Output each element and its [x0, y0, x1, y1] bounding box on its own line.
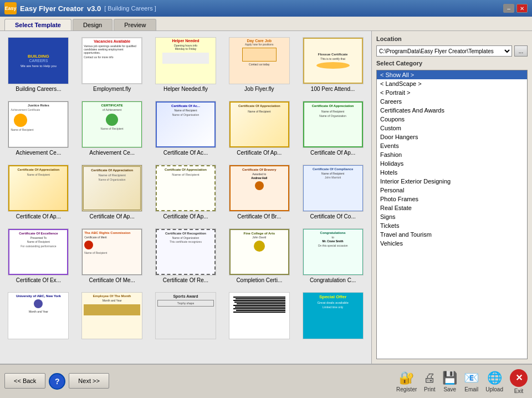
thumbnail: Employee Of The Month Month and Year: [81, 292, 142, 339]
thumbnail: Day Care Job Apply now for positions Con…: [229, 37, 290, 84]
titlebar-left: Easy Easy Flyer Creator v3.0 [ Building …: [4, 2, 156, 14]
upload-button[interactable]: 🌐 Upload: [485, 371, 503, 392]
item-label: Achievement Ce...: [8, 150, 69, 156]
thumbnail: Helper Needed Opening hours info Monday …: [155, 37, 216, 84]
thumbnail: Congratulations to Mr. Crane Smith On th…: [303, 228, 364, 275]
location-select[interactable]: C:\ProgramData\Easy Flyer Creator\Templa…: [376, 45, 512, 57]
list-item[interactable]: Vacancies Available Various job openings…: [77, 34, 147, 95]
register-icon: 🔐: [399, 371, 414, 385]
category-item[interactable]: Photo Frames: [377, 195, 527, 203]
app-name: Easy Flyer Creator: [20, 4, 84, 13]
category-item[interactable]: < LandScape >: [377, 79, 527, 88]
thumbnail: Flossue Certificate This is to certify t…: [303, 37, 364, 84]
list-item[interactable]: University of ABC, New York Month and Ye…: [3, 289, 74, 344]
thumbnail: Certificate Of Appreciation Name of Reci…: [303, 101, 364, 148]
list-item[interactable]: Certificate Of Recognition Name of Organ…: [151, 226, 221, 286]
list-item[interactable]: Certificate Of Appreciation Name of Reci…: [298, 98, 368, 159]
browse-button[interactable]: ...: [514, 45, 528, 57]
category-item[interactable]: Careers: [377, 97, 527, 106]
current-file: [ Building Careers ]: [104, 5, 156, 12]
list-item[interactable]: Flossue Certificate This is to certify t…: [298, 34, 368, 95]
exit-icon: ✕: [510, 369, 528, 387]
email-button[interactable]: 📧 Email: [464, 371, 479, 392]
gallery-scroll[interactable]: BUILDING CAREERS We are here to Help you…: [0, 31, 371, 364]
location-label: Location: [376, 35, 528, 42]
bottombar: << Back ? Next >> 🔐 Register 🖨 Print 💾 S…: [0, 364, 532, 398]
category-item[interactable]: Signs: [377, 212, 527, 221]
thumbnail: Certificate Of Appreciation Name of Reci…: [229, 101, 290, 148]
list-item[interactable]: Special Offer Great deals available Limi…: [298, 289, 368, 344]
thumbnail: Certificate Of Ac... Name of Recipient N…: [155, 101, 216, 148]
category-item[interactable]: < Show All >: [377, 70, 527, 79]
back-button[interactable]: << Back: [4, 373, 45, 389]
list-item[interactable]: Certificate Of Ac... Name of Recipient N…: [151, 98, 221, 159]
thumbnail: Justice Roles Achievement Certificate Na…: [8, 101, 69, 148]
list-item[interactable]: Certificate Of Appreciation Name of Reci…: [151, 162, 221, 222]
item-label: Employment.fly: [81, 86, 142, 92]
list-item[interactable]: Employee Of The Month Month and Year: [77, 289, 147, 344]
category-item[interactable]: Custom: [377, 124, 527, 132]
list-item[interactable]: Certificate Of Bravery Awarded to Andrew…: [224, 162, 294, 222]
tab-preview[interactable]: Preview: [114, 19, 156, 30]
list-item[interactable]: BUILDING CAREERS We are here to Help you…: [3, 34, 74, 95]
upload-icon: 🌐: [487, 371, 502, 385]
thumbnail: Sports Award Trophy shape: [155, 292, 216, 339]
exit-label: Exit: [514, 388, 524, 394]
list-item[interactable]: The ABC Rights Commission Certificate of…: [77, 226, 147, 286]
category-item[interactable]: Hotels: [377, 168, 527, 177]
list-item[interactable]: [224, 289, 294, 344]
thumbnail: Certificate Of Bravery Awarded to Andrew…: [229, 165, 290, 212]
list-item[interactable]: Helper Needed Opening hours info Monday …: [151, 34, 221, 95]
list-item[interactable]: Justice Roles Achievement Certificate Na…: [3, 98, 74, 159]
item-label: Job Flyer.fly: [229, 86, 290, 92]
thumbnail: Certificate Of Appreciation Name of Reci…: [8, 165, 69, 212]
item-label: Achievement Ce...: [81, 150, 142, 156]
next-button[interactable]: Next >>: [69, 373, 109, 389]
exit-button[interactable]: ✕ Exit: [510, 369, 528, 394]
category-item[interactable]: Certificates And Awards: [377, 106, 527, 115]
list-item[interactable]: Certificate Of Appreciation Name of Reci…: [3, 162, 74, 222]
category-item[interactable]: Tickets: [377, 221, 527, 230]
category-item[interactable]: Holidays: [377, 159, 527, 168]
tab-select-template[interactable]: Select Template: [4, 19, 71, 30]
category-item[interactable]: Coupons: [377, 115, 527, 124]
list-item[interactable]: Certificate Of Appreciation Name of Reci…: [77, 162, 147, 222]
category-item[interactable]: Interior Exterior Designing: [377, 177, 527, 186]
list-item[interactable]: Fine College of Arts John David Completi…: [224, 226, 294, 286]
minimize-button[interactable]: –: [503, 4, 514, 13]
list-item[interactable]: Certificate Of Compliance Name of Recipi…: [298, 162, 368, 222]
upload-label: Upload: [485, 386, 503, 392]
item-label: Completion Certi...: [229, 277, 290, 283]
print-button[interactable]: 🖨 Print: [423, 371, 436, 392]
category-item[interactable]: Vehicles: [377, 239, 527, 248]
thumbnail: Certificate Of Appreciation Name of Reci…: [155, 165, 216, 212]
category-item[interactable]: Real Estate: [377, 203, 527, 212]
save-button[interactable]: 💾 Save: [442, 371, 457, 392]
list-item[interactable]: Day Care Job Apply now for positions Con…: [224, 34, 294, 95]
register-button[interactable]: 🔐 Register: [396, 371, 417, 392]
item-label: Certificate Of Ex...: [8, 277, 69, 283]
category-item[interactable]: Fashion: [377, 150, 527, 159]
item-label: Certificate Of Co...: [303, 213, 364, 220]
list-item[interactable]: Certificate Of Appreciation Name of Reci…: [224, 98, 294, 159]
menubar: Select Template Design Preview: [0, 17, 532, 31]
email-icon: 📧: [464, 371, 479, 385]
list-item[interactable]: CERTIFICATE of Achievement Name of Recip…: [77, 98, 147, 159]
category-item[interactable]: Personal: [377, 186, 527, 195]
thumbnail: Certificate Of Compliance Name of Recipi…: [303, 165, 364, 212]
help-button[interactable]: ?: [49, 373, 65, 390]
category-item[interactable]: < Portrait >: [377, 88, 527, 97]
tab-design[interactable]: Design: [73, 19, 112, 30]
close-button[interactable]: ✕: [516, 4, 528, 13]
thumbnail: University of ABC, New York Month and Ye…: [8, 292, 69, 339]
category-list: < Show All >< LandScape >< Portrait >Car…: [376, 70, 528, 359]
list-item[interactable]: Sports Award Trophy shape: [151, 289, 221, 344]
category-item[interactable]: Travel and Tourism: [377, 230, 527, 239]
main-content: BUILDING CAREERS We are here to Help you…: [0, 31, 532, 364]
gallery-area: BUILDING CAREERS We are here to Help you…: [0, 31, 371, 364]
category-item[interactable]: Door Hangers: [377, 132, 527, 141]
category-item[interactable]: Events: [377, 141, 527, 150]
list-item[interactable]: Certificate Of Excellence Presented To N…: [3, 226, 74, 286]
app-version: v3.0: [87, 4, 101, 13]
list-item[interactable]: Congratulations to Mr. Crane Smith On th…: [298, 226, 368, 286]
